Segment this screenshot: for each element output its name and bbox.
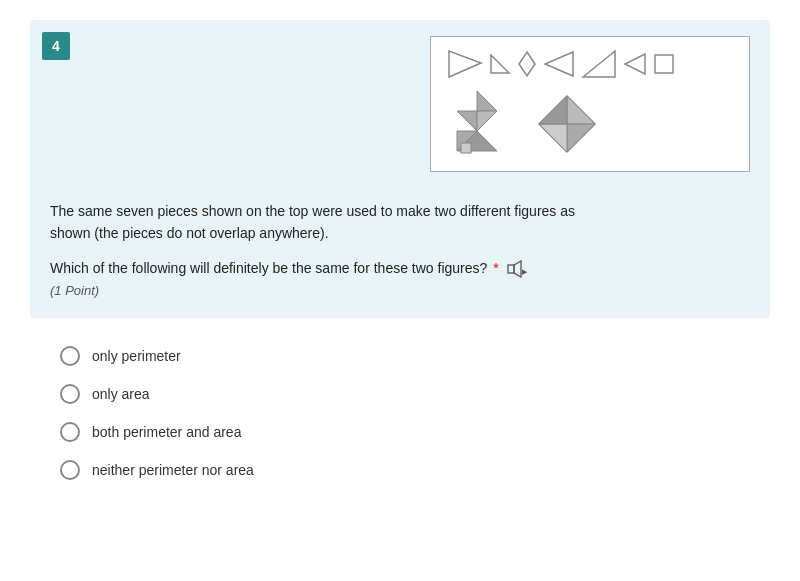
svg-marker-7 — [477, 91, 497, 111]
option-row-2[interactable]: only area — [60, 384, 740, 404]
question-number: 4 — [42, 32, 70, 60]
required-star: * — [489, 260, 498, 276]
svg-marker-1 — [491, 55, 509, 73]
option-row-4[interactable]: neither perimeter nor area — [60, 460, 740, 480]
radio-both[interactable] — [60, 422, 80, 442]
shapes-illustration — [430, 36, 750, 172]
svg-marker-0 — [449, 51, 481, 77]
question-description: The same seven pieces shown on the top w… — [50, 200, 750, 245]
svg-marker-22 — [539, 124, 567, 152]
options-container: only perimeter only area both perimeter … — [30, 338, 770, 506]
option-label-1: only perimeter — [92, 348, 181, 364]
svg-marker-20 — [567, 96, 595, 124]
audio-icon[interactable]: ▶ — [507, 260, 529, 278]
svg-marker-5 — [625, 54, 645, 74]
page-container: 4 — [0, 0, 800, 526]
option-label-4: neither perimeter nor area — [92, 462, 254, 478]
svg-marker-21 — [567, 124, 595, 152]
radio-only-area[interactable] — [60, 384, 80, 404]
shapes-top-row — [447, 49, 733, 79]
option-label-2: only area — [92, 386, 150, 402]
svg-marker-25 — [514, 261, 521, 277]
svg-rect-12 — [461, 143, 471, 153]
shapes-bottom-row — [447, 89, 733, 159]
question-card: 4 — [30, 20, 770, 318]
option-label-3: both perimeter and area — [92, 424, 241, 440]
svg-text:▶: ▶ — [522, 268, 528, 275]
svg-marker-23 — [539, 96, 567, 124]
option-row-3[interactable]: both perimeter and area — [60, 422, 740, 442]
svg-marker-3 — [545, 52, 573, 76]
question-prompt: Which of the following will definitely b… — [50, 257, 750, 302]
option-row-1[interactable]: only perimeter — [60, 346, 740, 366]
svg-marker-9 — [477, 111, 497, 131]
svg-marker-2 — [519, 52, 535, 76]
svg-marker-4 — [583, 51, 615, 77]
radio-only-perimeter[interactable] — [60, 346, 80, 366]
svg-rect-24 — [508, 265, 514, 273]
svg-rect-6 — [655, 55, 673, 73]
svg-marker-8 — [457, 111, 477, 131]
radio-neither[interactable] — [60, 460, 80, 480]
